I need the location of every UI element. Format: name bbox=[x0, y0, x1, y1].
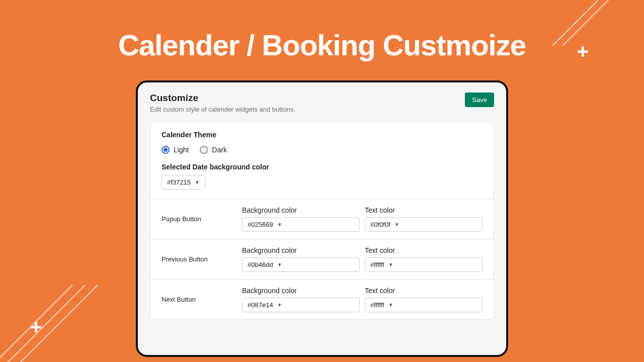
color-value: #0b46dd bbox=[248, 261, 273, 268]
previous-button-section: Previous Button Background color #0b46dd… bbox=[150, 239, 494, 279]
previous-text-color-picker[interactable]: #ffffff ▼ bbox=[365, 257, 482, 272]
app-window: Customize Edit custom style of calender … bbox=[136, 80, 508, 357]
plus-icon: + bbox=[30, 317, 42, 337]
color-value: #087e14 bbox=[248, 301, 273, 309]
caret-down-icon: ▼ bbox=[388, 302, 393, 308]
theme-option-dark[interactable]: Dark bbox=[200, 146, 227, 154]
settings-card: Calender Theme Light Dark Selected Date … bbox=[150, 121, 494, 320]
previous-bg-color-picker[interactable]: #0b46dd ▼ bbox=[242, 257, 360, 272]
next-text-color-picker[interactable]: #ffffff ▼ bbox=[365, 298, 482, 312]
next-bg-color-picker[interactable]: #087e14 ▼ bbox=[242, 298, 360, 312]
caret-down-icon: ▼ bbox=[195, 179, 200, 185]
text-color-label: Text color bbox=[365, 246, 482, 254]
popup-button-section: Popup Button Background color #025669 ▼ … bbox=[150, 199, 494, 239]
color-value: #f37215 bbox=[167, 178, 191, 186]
text-color-label: Text color bbox=[365, 287, 482, 295]
caret-down-icon: ▼ bbox=[394, 222, 399, 227]
bg-color-label: Background color bbox=[242, 206, 360, 214]
color-value: #0f0f0f bbox=[370, 221, 390, 228]
theme-option-light[interactable]: Light bbox=[162, 146, 189, 154]
radio-icon bbox=[162, 146, 170, 154]
theme-radio-group: Light Dark bbox=[162, 146, 482, 154]
color-value: #ffffff bbox=[370, 261, 384, 268]
popup-button-heading: Popup Button bbox=[162, 215, 237, 223]
selected-date-bg-picker[interactable]: #f37215 ▼ bbox=[162, 175, 205, 190]
caret-down-icon: ▼ bbox=[277, 222, 282, 227]
radio-label: Dark bbox=[212, 146, 227, 154]
text-color-label: Text color bbox=[365, 206, 482, 214]
radio-label: Light bbox=[174, 146, 189, 154]
page-subtitle: Edit custom style of calender widgets an… bbox=[150, 106, 295, 113]
page-title: Customize bbox=[150, 93, 295, 104]
decoration-lines-bottom-left bbox=[0, 251, 131, 362]
color-value: #025669 bbox=[248, 221, 273, 228]
bg-color-label: Background color bbox=[242, 246, 360, 254]
hero-title: Calender / Booking Custmoize bbox=[0, 28, 644, 62]
save-button[interactable]: Save bbox=[465, 93, 494, 107]
radio-icon bbox=[200, 146, 208, 154]
next-button-heading: Next Button bbox=[162, 296, 237, 303]
caret-down-icon: ▼ bbox=[277, 302, 282, 308]
caret-down-icon: ▼ bbox=[388, 262, 393, 267]
caret-down-icon: ▼ bbox=[277, 262, 282, 267]
theme-section: Calender Theme Light Dark Selected Date … bbox=[150, 122, 494, 199]
page-header: Customize Edit custom style of calender … bbox=[150, 93, 494, 113]
theme-section-label: Calender Theme bbox=[162, 131, 482, 139]
bg-color-label: Background color bbox=[242, 287, 360, 295]
selected-date-bg-label: Selected Date background color bbox=[162, 163, 482, 171]
next-button-section: Next Button Background color #087e14 ▼ T… bbox=[150, 279, 494, 319]
previous-button-heading: Previous Button bbox=[162, 255, 237, 263]
popup-bg-color-picker[interactable]: #025669 ▼ bbox=[242, 217, 360, 232]
popup-text-color-picker[interactable]: #0f0f0f ▼ bbox=[365, 217, 482, 232]
color-value: #ffffff bbox=[370, 301, 384, 309]
